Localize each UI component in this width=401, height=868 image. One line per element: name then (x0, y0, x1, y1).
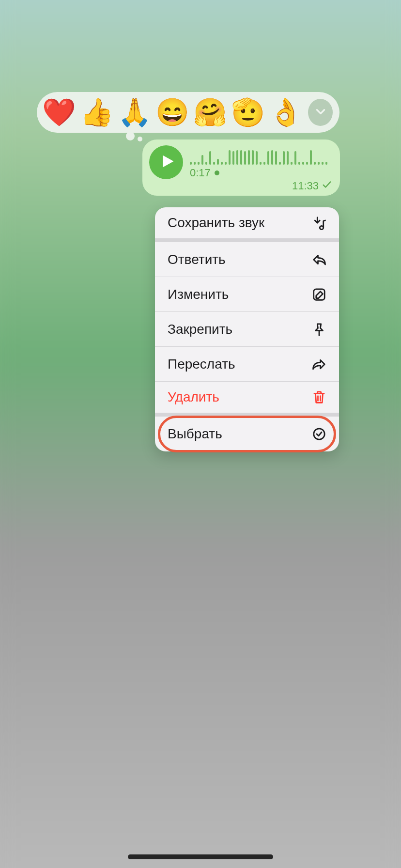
waveform-bar (310, 150, 312, 165)
waveform-bar (229, 150, 231, 165)
voice-message-bubble[interactable]: 0:17 11:33 (142, 140, 340, 196)
waveform-bar (240, 150, 242, 165)
pin-icon (312, 322, 326, 337)
menu-item-edit[interactable]: Изменить (155, 277, 339, 312)
waveform-bar (225, 162, 227, 165)
edit-icon (312, 287, 326, 302)
context-menu: Сохранить звукОтветитьИзменитьЗакрепитьП… (155, 207, 339, 451)
waveform-bar (198, 162, 200, 165)
message-timestamp: 11:33 (292, 180, 319, 192)
reaction-picker: ❤️ 👍 🙏 😄 🤗 🫡 👌 (37, 92, 339, 133)
reaction-heart[interactable]: ❤️ (44, 97, 75, 128)
waveform-bar (244, 151, 246, 165)
waveform-bar (279, 162, 281, 165)
waveform-bar (325, 162, 327, 165)
read-check-icon (322, 179, 332, 193)
waveform-bar (283, 151, 285, 165)
menu-item-reply[interactable]: Ответить (155, 242, 339, 277)
svg-point-1 (314, 429, 325, 440)
waveform-bar (267, 151, 269, 165)
reaction-pray[interactable]: 🙏 (119, 97, 150, 128)
waveform-bar (314, 162, 316, 165)
reaction-smile[interactable]: 😄 (157, 97, 188, 128)
waveform-bar (271, 150, 273, 165)
trash-icon (312, 390, 326, 404)
voice-duration: 0:17 (190, 167, 211, 179)
play-icon (158, 153, 175, 171)
waveform-bar (213, 162, 215, 165)
play-button[interactable] (149, 145, 183, 179)
menu-item-download-music[interactable]: Сохранить звук (155, 207, 339, 242)
waveform-bar (291, 162, 293, 165)
waveform-bar (306, 162, 308, 165)
waveform-bar (205, 162, 207, 165)
waveform-bar (194, 162, 196, 165)
menu-item-label: Удалить (168, 389, 219, 405)
reaction-thumbs-up[interactable]: 👍 (81, 97, 112, 128)
menu-item-label: Сохранить звук (168, 215, 264, 231)
waveform-bar (248, 150, 250, 165)
circle-check-icon (312, 427, 326, 441)
menu-item-label: Выбрать (168, 426, 222, 442)
waveform-bar (201, 155, 203, 165)
waveform-bar (260, 162, 262, 165)
waveform-bar (287, 151, 289, 165)
forward-icon (312, 357, 326, 372)
waveform-bar (322, 162, 324, 165)
menu-item-label: Закрепить (168, 322, 232, 337)
menu-item-trash[interactable]: Удалить (155, 382, 339, 417)
waveform-bar (236, 150, 238, 165)
waveform-bar (221, 162, 223, 165)
menu-item-forward[interactable]: Переслать (155, 347, 339, 382)
menu-item-pin[interactable]: Закрепить (155, 312, 339, 347)
menu-item-circle-check[interactable]: Выбрать (155, 417, 339, 451)
waveform-bar (256, 151, 258, 165)
waveform-bar (294, 151, 296, 165)
unread-dot-icon (215, 170, 219, 175)
home-indicator (128, 854, 273, 859)
voice-waveform[interactable] (190, 148, 331, 165)
menu-item-label: Ответить (168, 252, 226, 267)
waveform-bar (232, 151, 234, 165)
reaction-ok-hand[interactable]: 👌 (270, 97, 301, 128)
waveform-bar (190, 162, 192, 165)
reply-icon (312, 252, 326, 267)
waveform-bar (298, 162, 300, 165)
reaction-hug[interactable]: 🤗 (195, 97, 226, 128)
waveform-bar (217, 159, 219, 165)
reaction-tail (126, 132, 142, 141)
waveform-bar (318, 162, 320, 165)
waveform-bar (275, 151, 277, 165)
chevron-down-icon (314, 105, 327, 120)
waveform-bar (263, 162, 265, 165)
waveform-bar (252, 150, 254, 165)
reaction-more-button[interactable] (308, 99, 333, 126)
menu-item-label: Переслать (168, 356, 235, 372)
reaction-salute[interactable]: 🫡 (232, 97, 263, 128)
download-music-icon (312, 216, 326, 230)
waveform-bar (209, 151, 211, 165)
menu-item-label: Изменить (168, 287, 229, 302)
waveform-bar (302, 162, 304, 165)
